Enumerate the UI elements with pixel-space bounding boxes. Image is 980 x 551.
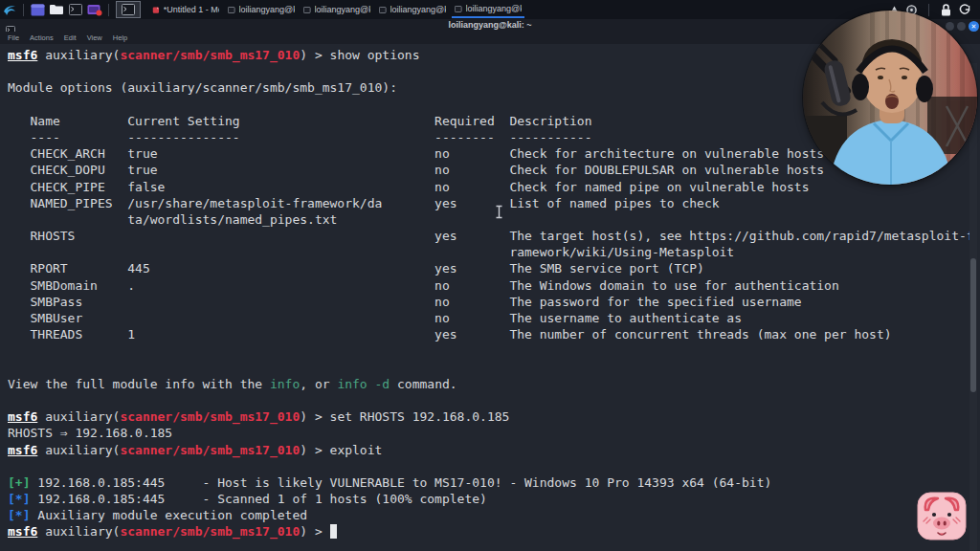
taskbar-tab-label: loiliangyang@kali... [390, 5, 446, 14]
screenshot-tool-launcher[interactable] [85, 1, 104, 18]
terminal-line: View the full module info with the info,… [8, 376, 980, 392]
taskbar-separator [23, 4, 24, 16]
kali-logo[interactable] [0, 1, 19, 18]
window-title: loiliangyang@kali: ~ [0, 20, 980, 30]
webcam-video [803, 11, 977, 185]
terminal-line: NAMED_PIPES /usr/share/metasploit-framew… [8, 195, 980, 211]
terminal-icon [228, 6, 235, 14]
notification-dot [97, 10, 102, 15]
folder-icon [49, 4, 64, 15]
pig-logo-icon [914, 488, 969, 543]
active-terminal-task-icon[interactable] [116, 1, 141, 18]
kali-dragon-icon [3, 3, 17, 17]
terminal-line: msf6 auxiliary(scanner/smb/smb_ms17_010)… [8, 408, 980, 425]
terminal-line: SMBUser no The username to authenticate … [8, 310, 980, 326]
screen: *Untitled 1 - Mou...loiliangyang@kali...… [0, 0, 980, 551]
taskbar-tab-1[interactable]: *Untitled 1 - Mou... [149, 1, 222, 18]
maximize-button[interactable] [957, 22, 966, 31]
taskbar-tab-2[interactable]: loiliangyang@kali... [225, 1, 298, 18]
screenshot-icon [87, 4, 102, 16]
terminal-line [8, 458, 980, 474]
ibeam-cursor [495, 205, 503, 223]
window-manager-launcher[interactable] [28, 1, 47, 18]
power-icon[interactable] [959, 4, 970, 15]
terminal-line: [*] 192.168.0.185:445 - Scanned 1 of 1 h… [8, 491, 980, 507]
lock-icon[interactable] [941, 4, 951, 16]
menu-actions[interactable]: Actions [30, 33, 54, 42]
close-button[interactable]: ✕ [969, 21, 979, 32]
taskbar-tab-label: loiliangyang@kali... [315, 5, 370, 14]
terminal-line: THREADS 1 yes The number of concurrent t… [8, 326, 980, 342]
taskbar-tab-5[interactable]: loiliangyang@kali... [452, 1, 524, 18]
terminal-line [8, 392, 980, 408]
terminal-line: SMBDomain . no The Windows domain to use… [8, 277, 980, 294]
tray-separator [928, 4, 929, 16]
taskbar-tab-label: *Untitled 1 - Mou... [164, 5, 219, 14]
menu-file[interactable]: File [8, 33, 19, 42]
taskbar-separator [108, 4, 109, 16]
terminal-icon [303, 6, 311, 14]
taskbar-tabs: *Untitled 1 - Mou...loiliangyang@kali...… [149, 0, 527, 19]
mousepad-icon [152, 6, 160, 14]
menu-help[interactable]: Help [113, 33, 127, 42]
pig-sticker [914, 488, 969, 543]
terminal-icon [69, 4, 82, 15]
file-manager-launcher[interactable] [47, 1, 66, 18]
scrollbar-thumb[interactable] [970, 258, 976, 392]
taskbar: *Untitled 1 - Mou...loiliangyang@kali...… [0, 0, 980, 19]
window-icon [31, 4, 45, 16]
terminal-launcher[interactable] [66, 1, 85, 18]
terminal-icon [379, 6, 387, 14]
terminal-line: SMBPass no The password for the specifie… [8, 294, 980, 310]
taskbar-tab-label: loiliangyang@kali... [466, 4, 522, 13]
terminal-line [8, 360, 980, 376]
terminal-line [8, 342, 980, 359]
window-titlebar[interactable]: loiliangyang@kali: ~ ✕ [0, 19, 980, 32]
minimize-button[interactable] [946, 22, 954, 31]
terminal-line: msf6 auxiliary(scanner/smb/smb_ms17_010)… [8, 442, 980, 458]
taskbar-tab-label: loiliangyang@kali... [239, 5, 295, 14]
terminal-line: [+] 192.168.0.185:445 - Host is likely V… [8, 474, 980, 491]
terminal-line: RHOSTS yes The target host(s), see https… [8, 228, 980, 244]
terminal-line: RHOSTS ⇒ 192.168.0.185 [8, 425, 980, 441]
terminal-line: RPORT 445 yes The SMB service port (TCP) [8, 260, 980, 276]
terminal-line: [*] Auxiliary module execution completed [8, 507, 980, 523]
terminal-line: ta/wordlists/named_pipes.txt [8, 211, 980, 228]
terminal-line: msf6 auxiliary(scanner/smb/smb_ms17_010)… [8, 523, 980, 540]
webcam-overlay [803, 11, 977, 185]
terminal-line: ramework/wiki/Using-Metasploit [8, 244, 980, 260]
taskbar-tab-4[interactable]: loiliangyang@kali... [376, 1, 449, 18]
menu-view[interactable]: View [87, 33, 102, 42]
taskbar-tab-3[interactable]: loiliangyang@kali... [301, 1, 373, 18]
terminal-line: CHECK_PIPE false no Check for named pipe… [8, 179, 980, 195]
terminal-icon [455, 5, 462, 13]
terminal-icon [122, 4, 135, 15]
menu-edit[interactable]: Edit [64, 33, 77, 42]
